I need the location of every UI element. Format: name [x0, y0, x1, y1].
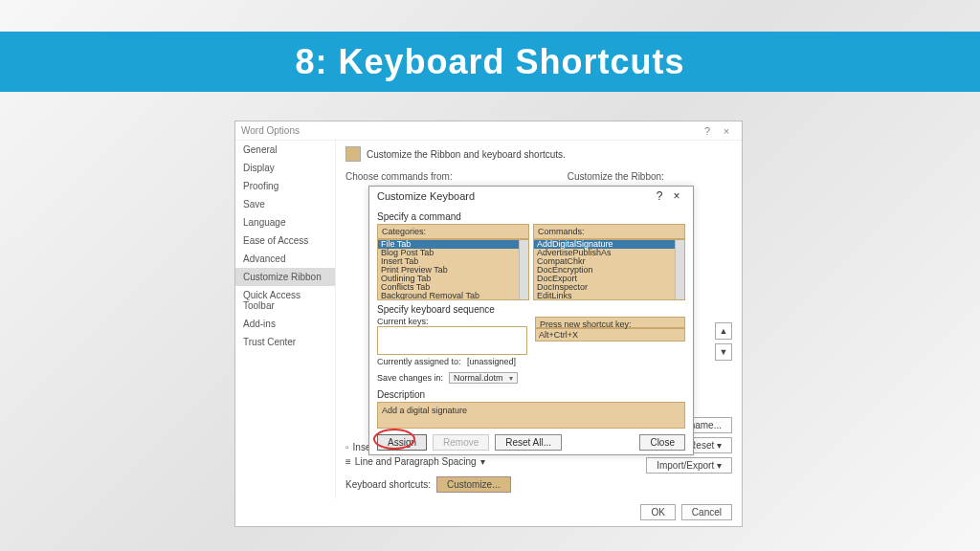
customize-button[interactable]: Customize... — [436, 476, 511, 493]
assign-button[interactable]: Assign — [377, 434, 427, 451]
sidebar-item[interactable]: Advanced — [235, 250, 335, 268]
close-button[interactable]: × — [717, 125, 736, 137]
inner-title: Customize Keyboard — [377, 190, 475, 202]
ribbon-icon — [345, 146, 361, 162]
close-icon[interactable]: × — [668, 189, 685, 203]
sidebar-item[interactable]: Display — [235, 159, 335, 177]
press-new-label: Press new shortcut key: — [535, 317, 685, 328]
description-label: Description — [377, 389, 685, 400]
categories-label: Categories: — [377, 224, 529, 239]
cancel-button[interactable]: Cancel — [681, 504, 732, 520]
save-changes-label: Save changes in: — [377, 373, 443, 383]
sidebar-item[interactable]: Quick Access Toolbar — [235, 286, 335, 315]
commands-label: Commands: — [533, 224, 685, 239]
specify-command-label: Specify a command — [377, 211, 685, 222]
help-button[interactable]: ? — [698, 125, 717, 137]
customize-keyboard-dialog: Customize Keyboard ? × Specify a command… — [368, 186, 694, 455]
sidebar-item[interactable]: Language — [235, 213, 335, 231]
inner-titlebar: Customize Keyboard ? × — [369, 187, 693, 206]
sidebar-item[interactable]: Ease of Access — [235, 231, 335, 250]
commands-listbox[interactable]: AddDigitalSignatureAdvertisePublishAsCom… — [533, 239, 685, 300]
sidebar-item[interactable]: Customize Ribbon — [235, 268, 335, 286]
move-up-button[interactable]: ▲ — [715, 322, 732, 340]
scrollbar[interactable] — [675, 240, 684, 299]
sidebar-item[interactable]: Add-ins — [235, 315, 335, 333]
move-down-button[interactable]: ▼ — [715, 343, 732, 361]
description-text: Add a digital signature — [377, 402, 685, 429]
sidebar-item[interactable]: General — [235, 141, 335, 159]
sidebar-item[interactable]: Trust Center — [235, 333, 335, 351]
sidebar-item[interactable]: Save — [235, 195, 335, 213]
remove-button[interactable]: Remove — [433, 434, 489, 451]
scrollbar[interactable] — [519, 240, 528, 299]
assigned-to-label: Currently assigned to: — [377, 357, 461, 366]
keyboard-shortcuts-label: Keyboard shortcuts: — [345, 479, 431, 490]
dialog-title: Word Options — [241, 125, 300, 136]
dialog-titlebar: Word Options ? × — [235, 121, 742, 141]
current-keys-label: Current keys: — [377, 317, 527, 326]
options-sidebar: GeneralDisplayProofingSaveLanguageEase o… — [235, 141, 336, 498]
close-button[interactable]: Close — [639, 434, 685, 451]
current-keys-listbox[interactable] — [377, 326, 527, 355]
save-changes-dropdown[interactable]: Normal.dotm — [449, 372, 518, 384]
choose-commands-label: Choose commands from: — [345, 171, 453, 182]
specify-sequence-label: Specify keyboard sequence — [377, 304, 685, 315]
slide-title: 8: Keyboard Shortcuts — [295, 42, 684, 82]
customize-ribbon-label: Customize the Ribbon: — [568, 171, 664, 182]
sidebar-item[interactable]: Proofing — [235, 177, 335, 195]
assigned-to-value: [unassigned] — [467, 357, 516, 366]
reset-all-button[interactable]: Reset All... — [495, 434, 562, 451]
new-shortcut-input[interactable]: Alt+Ctrl+X — [535, 328, 685, 342]
slide-banner: 8: Keyboard Shortcuts — [0, 32, 980, 92]
ok-button[interactable]: OK — [640, 504, 675, 520]
import-export-button[interactable]: Import/Export ▾ — [646, 457, 732, 474]
help-button[interactable]: ? — [651, 189, 668, 203]
options-heading: Customize the Ribbon and keyboard shortc… — [367, 149, 566, 160]
categories-listbox[interactable]: File TabBlog Post TabInsert TabPrint Pre… — [377, 239, 529, 300]
